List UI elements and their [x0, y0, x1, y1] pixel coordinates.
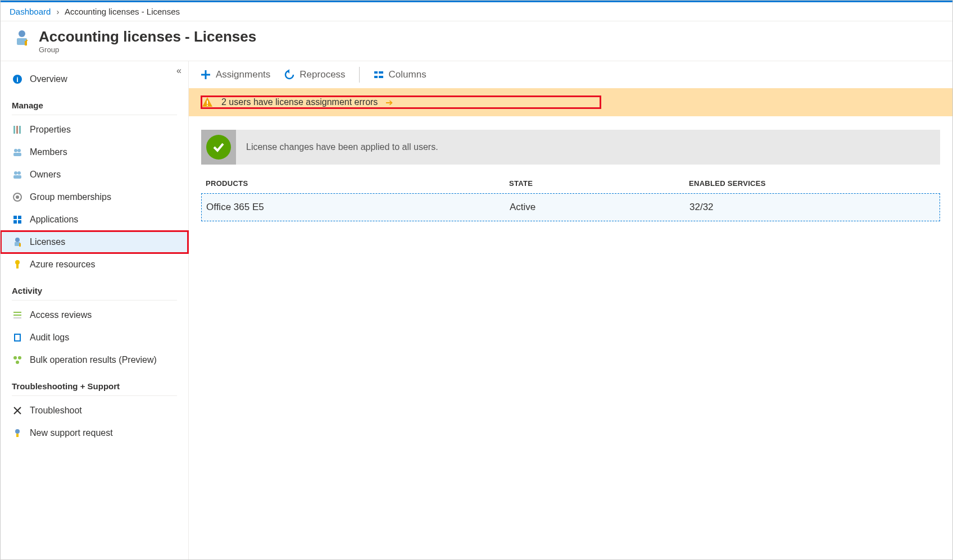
svg-point-8 [14, 149, 17, 152]
nav-label: Licenses [30, 237, 65, 247]
group-license-icon [12, 28, 32, 48]
svg-rect-19 [18, 220, 21, 224]
columns-icon [373, 69, 384, 80]
svg-rect-38 [379, 71, 383, 74]
breadcrumb-dashboard[interactable]: Dashboard [10, 7, 51, 16]
col-header-products[interactable]: PRODUCTS [206, 179, 509, 188]
nav-applications[interactable]: Applications [1, 208, 188, 231]
nav-label: Bulk operation results (Preview) [30, 355, 157, 365]
page-header: Accounting licenses - Licenses Group [1, 21, 952, 61]
grid-icon [12, 214, 23, 225]
svg-rect-39 [374, 76, 378, 78]
check-circle-icon [206, 135, 231, 160]
nav-label: Applications [30, 215, 78, 225]
nav-members[interactable]: Members [1, 141, 188, 163]
svg-rect-42 [207, 105, 208, 106]
nav-label: Azure resources [30, 259, 96, 270]
nav-owners[interactable]: Owners [1, 163, 188, 186]
tool-label: Columns [389, 69, 426, 80]
svg-point-31 [18, 356, 21, 359]
breadcrumb: Dashboard › Accounting licenses - Licens… [1, 2, 952, 21]
assignments-button[interactable]: Assignments [200, 69, 270, 80]
svg-point-23 [15, 260, 20, 265]
members-icon [12, 147, 23, 158]
tool-label: Reprocess [299, 69, 345, 80]
nav-label: Owners [30, 170, 61, 180]
nav-label: Access reviews [30, 310, 92, 320]
svg-rect-22 [19, 243, 21, 247]
reprocess-button[interactable]: Reprocess [284, 69, 345, 80]
svg-point-0 [19, 30, 25, 37]
owners-icon [12, 169, 23, 180]
nav-label: Audit logs [30, 333, 69, 343]
svg-rect-2 [25, 41, 27, 45]
nav-overview[interactable]: i Overview [1, 68, 188, 90]
page-title: Accounting licenses - Licenses [39, 28, 256, 45]
col-header-enabled[interactable]: ENABLED SERVICES [689, 179, 936, 188]
properties-icon [12, 124, 23, 135]
svg-rect-6 [16, 126, 18, 134]
svg-rect-7 [19, 126, 21, 134]
chevron-right-icon: › [57, 7, 60, 16]
nav-label: New support request [30, 428, 113, 438]
nav-troubleshoot[interactable]: Troubleshoot [1, 399, 188, 422]
nav-label: Members [30, 147, 67, 157]
tool-label: Assignments [216, 69, 270, 80]
svg-point-11 [14, 171, 17, 175]
svg-rect-24 [16, 264, 19, 268]
svg-rect-5 [13, 126, 15, 134]
plus-icon [200, 69, 211, 80]
table-row[interactable]: Office 365 E5 Active 32/32 [201, 193, 940, 221]
nav-new-support[interactable]: New support request [1, 422, 188, 444]
svg-rect-34 [16, 434, 19, 437]
svg-text:i: i [16, 75, 19, 84]
collapse-sidebar-button[interactable]: « [176, 66, 181, 76]
list-check-icon [12, 309, 23, 321]
svg-point-20 [15, 238, 20, 242]
nav-audit-logs[interactable]: Audit logs [1, 326, 188, 349]
bulk-icon [12, 354, 23, 366]
svg-point-33 [15, 429, 20, 434]
svg-point-30 [13, 356, 17, 359]
section-manage: Manage [1, 90, 188, 115]
col-header-state[interactable]: STATE [509, 179, 689, 188]
nav-access-reviews[interactable]: Access reviews [1, 304, 188, 326]
svg-rect-13 [13, 175, 21, 179]
sidebar: « i Overview Manage Properties Members O… [1, 61, 189, 559]
breadcrumb-current: Accounting licenses - Licenses [65, 7, 180, 16]
section-troubleshoot: Troubleshooting + Support [1, 371, 188, 395]
nav-label: Overview [30, 74, 67, 84]
page-subtitle: Group [39, 45, 256, 54]
license-icon [12, 236, 23, 248]
nav-bulk-ops[interactable]: Bulk operation results (Preview) [1, 349, 188, 371]
nav-properties[interactable]: Properties [1, 119, 188, 141]
nav-label: Troubleshoot [30, 406, 82, 416]
toolbar-separator [359, 67, 360, 83]
nav-azure-resources[interactable]: Azure resources [1, 253, 188, 276]
svg-rect-16 [13, 216, 17, 219]
success-banner: License changes have been applied to all… [201, 130, 940, 165]
cell-state: Active [510, 202, 689, 213]
key-icon [12, 259, 23, 270]
nav-label: Group memberships [30, 192, 111, 202]
columns-button[interactable]: Columns [373, 69, 426, 80]
nav-group-memberships[interactable]: Group memberships [1, 186, 188, 208]
svg-rect-10 [13, 153, 21, 156]
svg-rect-17 [18, 216, 21, 219]
svg-rect-29 [15, 335, 20, 340]
svg-point-12 [17, 171, 21, 175]
log-icon [12, 332, 23, 343]
warning-banner[interactable]: 2 users have license assignment errors ➔ [189, 88, 952, 116]
wrench-icon [12, 405, 23, 416]
gear-icon [12, 192, 23, 203]
cell-product: Office 365 E5 [206, 202, 510, 213]
warning-icon [201, 96, 214, 108]
toolbar: Assignments Reprocess Columns [189, 61, 952, 88]
nav-label: Properties [30, 125, 71, 135]
svg-point-32 [16, 361, 19, 364]
nav-licenses[interactable]: Licenses [1, 231, 188, 253]
refresh-icon [284, 69, 295, 80]
license-table: PRODUCTS STATE ENABLED SERVICES Office 3… [201, 179, 940, 221]
success-text: License changes have been applied to all… [246, 142, 438, 152]
warning-text: 2 users have license assignment errors [221, 97, 378, 107]
